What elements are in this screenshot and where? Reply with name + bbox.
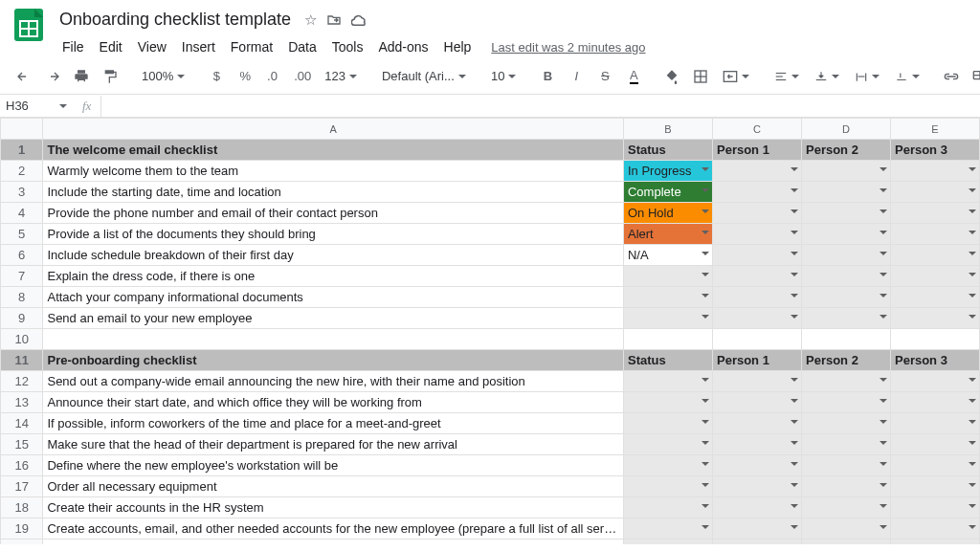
cell[interactable]: Define where the new employee's workstat… [43,455,624,476]
cell[interactable] [623,392,712,413]
cell[interactable]: Include schedule breakdown of their firs… [43,245,624,266]
row-header[interactable]: 4 [1,203,43,224]
row-header[interactable]: 20 [1,540,43,545]
cell[interactable] [712,203,801,224]
cell[interactable] [623,308,712,329]
cell[interactable] [801,371,890,392]
spreadsheet-grid[interactable]: ABCDE 1The welcome email checklistStatus… [0,118,980,544]
cell[interactable]: Alert [623,224,712,245]
move-icon[interactable] [326,12,342,28]
borders-icon[interactable] [688,64,713,89]
row-header[interactable]: 16 [1,455,43,476]
cell[interactable] [801,287,890,308]
cell[interactable] [623,540,712,545]
menu-help[interactable]: Help [437,35,479,58]
cell[interactable] [890,329,979,350]
cell[interactable] [801,224,890,245]
cell[interactable]: Person 3 [890,140,979,161]
cell[interactable] [801,413,890,434]
row-header[interactable]: 14 [1,413,43,434]
cell[interactable] [801,540,890,545]
cell[interactable] [801,245,890,266]
cell[interactable] [712,413,801,434]
cell[interactable]: If possible, inform coworkers of the tim… [43,413,624,434]
cell[interactable]: Provide the phone number and email of th… [43,203,624,224]
cell[interactable]: Explain the dress code, if there is one [43,266,624,287]
cell[interactable] [890,413,979,434]
font-size-dropdown[interactable]: 10 [485,64,522,89]
row-header[interactable]: 7 [1,266,43,287]
cell[interactable] [801,161,890,182]
cell[interactable]: Create accounts, email, and other needed… [43,518,624,540]
cell[interactable]: Status [623,350,712,371]
print-icon[interactable] [69,64,94,89]
zoom-dropdown[interactable]: 100% [136,64,190,89]
cell[interactable]: Person 1 [712,350,801,371]
cell[interactable]: Provide a list of the documents they sho… [43,224,624,245]
cell[interactable]: Status [623,140,712,161]
cell[interactable] [801,455,890,476]
cell[interactable] [712,518,801,540]
cell[interactable] [890,203,979,224]
cell[interactable]: Order security cards and keys [43,540,624,545]
cell[interactable] [890,161,979,182]
cell[interactable] [801,518,890,540]
cell[interactable] [712,540,801,545]
cell[interactable] [712,497,801,518]
cell[interactable] [712,308,801,329]
row-header[interactable]: 18 [1,497,43,518]
cell[interactable] [890,182,979,203]
row-header[interactable]: 9 [1,308,43,329]
increase-decimal-icon[interactable]: .00 [290,64,315,89]
bold-icon[interactable]: B [535,64,560,89]
cell[interactable]: Make sure that the head of their departm… [43,434,624,455]
insert-link-icon[interactable] [939,64,964,89]
column-header[interactable]: D [801,119,890,140]
cell[interactable] [623,434,712,455]
cell[interactable] [712,266,801,287]
cell[interactable]: Person 3 [890,350,979,371]
cell[interactable] [712,161,801,182]
cell[interactable] [712,434,801,455]
cell[interactable] [43,329,624,350]
sheets-logo[interactable] [11,8,46,42]
cell[interactable]: Person 1 [712,140,801,161]
cell[interactable]: N/A [623,245,712,266]
insert-comment-icon[interactable] [968,64,980,89]
cell[interactable] [890,287,979,308]
star-icon[interactable]: ☆ [304,11,317,29]
cell[interactable]: Complete [623,182,712,203]
cell[interactable] [890,371,979,392]
cell[interactable] [801,476,890,497]
select-all-corner[interactable] [1,119,43,140]
row-header[interactable]: 12 [1,371,43,392]
cell[interactable] [712,182,801,203]
column-header[interactable]: C [712,119,801,140]
column-header[interactable]: B [623,119,712,140]
row-header[interactable]: 3 [1,182,43,203]
cell[interactable] [801,392,890,413]
formula-input[interactable] [100,96,980,117]
text-color-icon[interactable]: A [621,64,646,89]
cell[interactable] [801,308,890,329]
cell[interactable] [712,329,801,350]
menu-file[interactable]: File [56,35,91,58]
cell[interactable] [712,287,801,308]
cell[interactable]: In Progress [623,161,712,182]
cell[interactable] [890,224,979,245]
row-header[interactable]: 6 [1,245,43,266]
cell[interactable]: Person 2 [801,350,890,371]
menu-tools[interactable]: Tools [325,35,370,58]
cell[interactable] [890,308,979,329]
menu-addons[interactable]: Add-ons [371,35,434,58]
cell[interactable] [801,182,890,203]
cell[interactable] [801,266,890,287]
italic-icon[interactable]: I [564,64,589,89]
cell[interactable]: Include the starting date, time and loca… [43,182,624,203]
paint-format-icon[interactable] [98,64,122,89]
cell[interactable] [712,476,801,497]
cell[interactable]: Send out a company-wide email announcing… [43,371,624,392]
column-header[interactable]: E [890,119,979,140]
cell[interactable] [712,371,801,392]
text-wrap-dropdown[interactable] [849,64,885,89]
